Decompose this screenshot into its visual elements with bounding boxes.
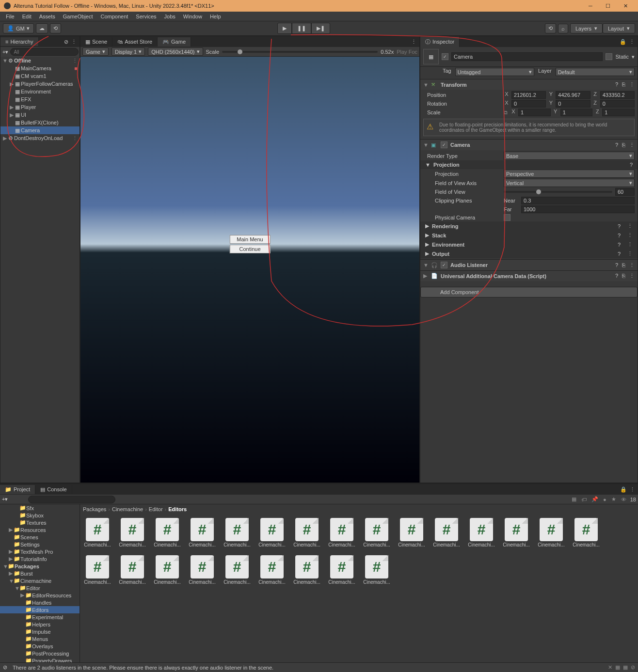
- asset-item[interactable]: #Cinemachi...: [468, 518, 495, 547]
- continue-button[interactable]: Continue: [229, 245, 270, 253]
- close-button[interactable]: ✕: [617, 0, 634, 12]
- play-focused[interactable]: Play Foc: [397, 49, 417, 55]
- project-grid[interactable]: #Cinemachi...#Cinemachi...#Cinemachi...#…: [80, 514, 638, 662]
- menu-window[interactable]: Window: [179, 13, 206, 20]
- folder-item[interactable]: ▶📁Burst: [0, 570, 80, 577]
- account-button[interactable]: 👤GM▾: [3, 23, 34, 33]
- asset-item[interactable]: #Cinemachi...: [293, 555, 320, 585]
- asset-item[interactable]: #Cinemachi...: [258, 518, 286, 547]
- asset-item[interactable]: #Cinemachi...: [363, 518, 390, 547]
- play-button[interactable]: ▶: [277, 23, 292, 34]
- rot-x[interactable]: 0: [511, 100, 546, 108]
- crumb-1[interactable]: Cinemachine: [112, 506, 143, 512]
- fov-axis-dropdown[interactable]: Vertical▾: [504, 179, 635, 187]
- folder-item[interactable]: 📁Experimental: [0, 613, 80, 621]
- hierarchy-item[interactable]: ▶▦UI: [0, 111, 80, 119]
- minimize-button[interactable]: ─: [582, 0, 599, 12]
- menu-edit[interactable]: Edit: [18, 13, 35, 20]
- preset-icon[interactable]: ⎘: [622, 262, 625, 268]
- folder-item[interactable]: ▶📁Resources: [0, 526, 80, 533]
- hidden-icon[interactable]: ●: [602, 497, 607, 502]
- asset-item[interactable]: #Cinemachi...: [503, 518, 530, 547]
- folder-item[interactable]: 📁Menus: [0, 635, 80, 642]
- menu-jobs[interactable]: Jobs: [160, 13, 179, 20]
- hierarchy-item[interactable]: ▶⚙DontDestroyOnLoad⋮: [0, 134, 80, 142]
- crumb-3[interactable]: Editors: [168, 506, 187, 512]
- folder-item[interactable]: 📁Scenes: [0, 533, 80, 541]
- menu-gameobject[interactable]: GameObject: [59, 13, 97, 20]
- camera-section[interactable]: ▶Stack?⋮: [420, 231, 638, 240]
- help-icon[interactable]: ?: [615, 142, 618, 148]
- chevron-down-icon[interactable]: ▾: [632, 54, 635, 60]
- error-icon[interactable]: ⊘: [3, 664, 10, 671]
- layer-dropdown[interactable]: Default▾: [556, 68, 635, 76]
- breadcrumb[interactable]: Packages› Cinemachine› Editor› Editors: [80, 504, 638, 514]
- foldout-icon[interactable]: ▶: [423, 273, 428, 279]
- audio-enabled-checkbox[interactable]: ✓: [441, 262, 447, 268]
- asset-item[interactable]: #Cinemachi...: [398, 518, 425, 547]
- folder-item[interactable]: ▼📁Cinemachine: [0, 577, 80, 584]
- menu-icon[interactable]: ⋮: [629, 262, 635, 268]
- history-button[interactable]: ⟲: [50, 23, 61, 33]
- link-icon[interactable]: ⊘: [64, 39, 68, 45]
- add-button[interactable]: +▾: [2, 496, 8, 502]
- asset-item[interactable]: #Cinemachi...: [223, 518, 251, 547]
- foldout-icon[interactable]: ▼: [423, 82, 428, 88]
- asset-item[interactable]: #Cinemachi...: [328, 518, 355, 547]
- hierarchy-item[interactable]: ▦Environment: [0, 88, 80, 95]
- tab-inspector[interactable]: ⓘInspector: [420, 37, 460, 47]
- main-menu-button[interactable]: Main Menu: [229, 235, 270, 244]
- asset-item[interactable]: #Cinemachi...: [84, 555, 111, 585]
- folder-item[interactable]: 📁Skybox: [0, 512, 80, 519]
- folder-item[interactable]: 📁Overlays: [0, 642, 80, 650]
- asset-item[interactable]: #Cinemachi...: [223, 555, 251, 585]
- folder-item[interactable]: 📁Helpers: [0, 621, 80, 628]
- display-dropdown[interactable]: Display 1▾: [112, 47, 145, 56]
- asset-item[interactable]: #Cinemachi...: [119, 518, 146, 547]
- menu-help[interactable]: Help: [206, 13, 225, 20]
- rot-z[interactable]: 0: [600, 100, 635, 108]
- camera-section[interactable]: ▶Rendering?⋮: [420, 221, 638, 231]
- asset-item[interactable]: #Cinemachi...: [328, 555, 355, 585]
- fov-field[interactable]: 60: [615, 188, 635, 196]
- tab-asset-store[interactable]: 🛍Asset Store: [112, 37, 158, 46]
- crumb-0[interactable]: Packages: [83, 506, 106, 512]
- asset-item[interactable]: #Cinemachi...: [363, 555, 390, 585]
- asset-item[interactable]: #Cinemachi...: [154, 518, 181, 547]
- folder-item[interactable]: ▶📁TutorialInfo: [0, 555, 80, 563]
- hierarchy-item[interactable]: ▶▦PlayerFollowCameras: [0, 80, 80, 88]
- rot-y[interactable]: 0: [556, 100, 590, 108]
- lock-icon[interactable]: 🔒: [620, 486, 627, 493]
- hierarchy-item[interactable]: ▦CM vcam1: [0, 72, 80, 80]
- hierarchy-search[interactable]: [10, 48, 79, 56]
- menu-icon[interactable]: ⋮: [71, 39, 77, 45]
- tab-project[interactable]: 📁Project: [0, 485, 35, 494]
- folder-item[interactable]: 📁Handles: [0, 599, 80, 606]
- menu-icon[interactable]: ⋮: [411, 39, 416, 45]
- status-icon-2[interactable]: ▦: [615, 664, 620, 671]
- menu-icon[interactable]: ⋮: [629, 39, 635, 45]
- folder-item[interactable]: ▶📁TextMesh Pro: [0, 548, 80, 555]
- add-button[interactable]: +▾: [2, 49, 8, 55]
- scl-x[interactable]: 1: [518, 109, 551, 116]
- star-icon[interactable]: ★: [610, 496, 617, 502]
- filter-type-icon[interactable]: ▦: [571, 496, 577, 502]
- object-name-field[interactable]: Camera: [451, 52, 603, 61]
- asset-item[interactable]: #Cinemachi...: [154, 555, 181, 585]
- hierarchy-tree[interactable]: ▼⚙Offline⋮▦MainCamera■▦CM vcam1▶▦PlayerF…: [0, 57, 80, 483]
- help-icon[interactable]: ?: [615, 273, 618, 279]
- asset-item[interactable]: #Cinemachi...: [573, 518, 600, 547]
- foldout-icon[interactable]: ▼: [423, 262, 428, 268]
- menu-icon[interactable]: ⋮: [629, 273, 635, 279]
- tag-dropdown[interactable]: Untagged▾: [455, 68, 534, 76]
- add-component-button[interactable]: Add Component: [420, 287, 638, 297]
- camera-section[interactable]: ▶Output?⋮: [420, 249, 638, 258]
- search-button[interactable]: ⌕: [558, 24, 568, 33]
- folder-item[interactable]: ▼📁Packages: [0, 563, 80, 570]
- menu-component[interactable]: Component: [96, 13, 132, 20]
- game-dropdown[interactable]: Game▾: [82, 47, 109, 56]
- hierarchy-item[interactable]: ▦Camera: [0, 126, 80, 134]
- resolution-dropdown[interactable]: QHD (2560x1440)▾: [148, 47, 203, 56]
- hierarchy-item[interactable]: ▼⚙Offline⋮: [0, 57, 80, 64]
- tab-game[interactable]: 🎮Game: [158, 37, 191, 47]
